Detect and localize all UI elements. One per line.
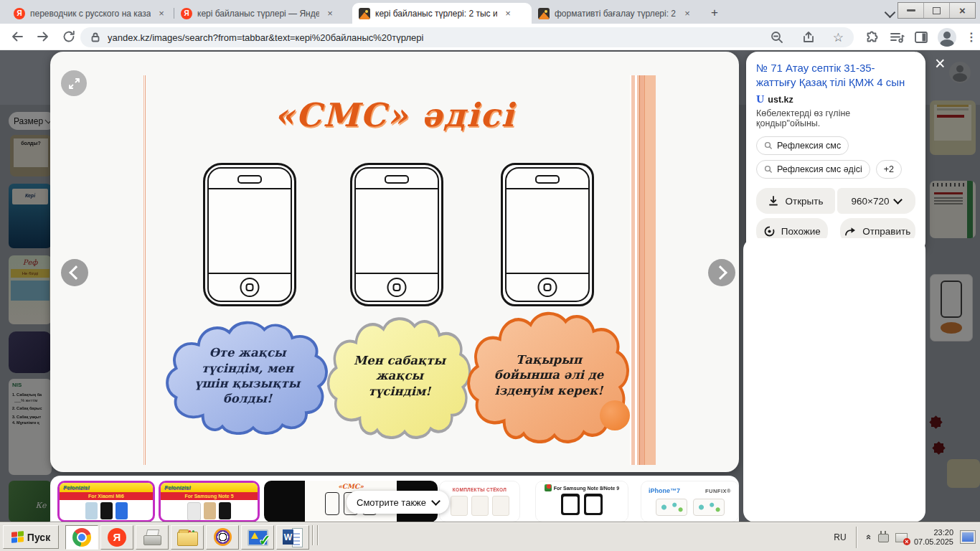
taskbar-chrome-button[interactable]	[65, 525, 98, 550]
thumb-caption: iPhone™7	[649, 487, 680, 494]
taskbar-word-button[interactable]: W	[276, 525, 309, 550]
language-indicator[interactable]: RU	[834, 532, 846, 542]
result-thumbnail[interactable]: болды?	[10, 135, 52, 176]
phone-home-button	[387, 278, 407, 297]
send-label: Отправить	[862, 226, 910, 237]
see-also-button[interactable]: Смотрите также	[347, 491, 449, 514]
plug-tray-icon[interactable]	[878, 534, 889, 542]
more-tags-chip[interactable]: +2	[876, 160, 902, 179]
toolbar-right-actions: ⋮	[864, 28, 977, 47]
thumb-text: Ке	[9, 481, 52, 510]
related-thumbnail-5[interactable]: For Samsung Note 8/Note 9	[535, 481, 628, 522]
open-button[interactable]: Открыть	[756, 188, 835, 214]
taskbar-fax-button[interactable]	[136, 525, 169, 550]
image-title-link[interactable]: № 71 Атау септік 31-35- жаттығу Қазақ ті…	[756, 61, 915, 90]
tab-close-icon[interactable]: ×	[502, 8, 514, 19]
desktop: { "colors": { "link_blue": "#1d53c4", "y…	[0, 0, 980, 551]
next-image-button[interactable]	[708, 259, 735, 286]
bookmark-star-icon[interactable]: ☆	[833, 32, 844, 44]
previous-image-button[interactable]	[61, 259, 88, 286]
tab-close-icon[interactable]: ×	[324, 8, 336, 19]
taskbar-monitor-button[interactable]: ✓	[241, 525, 274, 550]
thumb-caption: For Xiaomi Mi6	[88, 494, 124, 499]
overlay-close-button[interactable]: ×	[935, 55, 946, 72]
fax-printer-icon	[143, 529, 161, 545]
more-tags-label: +2	[884, 164, 894, 174]
minimize-icon	[907, 9, 915, 11]
result-thumbnail[interactable]	[930, 100, 976, 155]
new-tab-button[interactable]: +	[705, 4, 724, 22]
related-thumbnail-2[interactable]: Felonizisl For Samsung Note 5	[159, 481, 260, 522]
tag-chip-2[interactable]: Рефлексия смс әдісі	[756, 160, 870, 179]
forward-icon[interactable]	[36, 29, 50, 44]
yandex-browser-icon: Я	[108, 528, 126, 547]
slide-title: «СМС» әдісі	[72, 96, 717, 134]
tab-search[interactable]: Я кері байланыс түрлері — Яндекс: н ×	[174, 3, 352, 24]
address-bar[interactable]: yandex.kz/images/search?from=tabbar&text…	[80, 27, 854, 47]
url-text[interactable]: yandex.kz/images/search?from=tabbar&text…	[108, 32, 423, 43]
tab-close-icon[interactable]: ×	[682, 8, 693, 19]
back-icon[interactable]	[10, 29, 24, 44]
sidebar-toggle-icon[interactable]	[914, 31, 928, 44]
taskbar-handle[interactable]	[317, 525, 319, 545]
size-dropdown[interactable]: 960×720	[837, 188, 915, 214]
phone-speaker	[385, 175, 409, 184]
dimmed-results-right	[925, 50, 980, 522]
tab-close-icon[interactable]: ×	[156, 8, 167, 19]
source-site-row[interactable]: U ust.kz	[756, 94, 915, 105]
mini-phone	[187, 502, 201, 521]
tag-chip-1[interactable]: Рефлексия смс	[756, 136, 849, 155]
minimize-button[interactable]	[898, 3, 924, 18]
word-page	[292, 528, 303, 547]
related-panel-placeholder	[743, 238, 925, 522]
taskbar-yandex-button[interactable]: Я	[100, 525, 133, 550]
tab-title: кері байланыс түрлері: 2 тыс изоб	[375, 9, 497, 19]
share-icon[interactable]	[801, 30, 816, 44]
taskbar-folder-button[interactable]	[171, 525, 204, 550]
network-flag-icon[interactable]	[895, 533, 908, 542]
start-button[interactable]: Пуск	[3, 525, 59, 549]
mini-phone	[451, 496, 468, 516]
windows-logo-icon	[11, 531, 24, 543]
refresh-icon[interactable]	[62, 29, 76, 44]
windows-taskbar: Пуск Я ✓ W RU « 23:20 07.05.2025	[0, 522, 980, 551]
size-filter-chip[interactable]: Размер	[9, 112, 56, 130]
clock-time: 23:20	[914, 528, 953, 537]
taskbar-handle[interactable]	[312, 525, 314, 545]
taskbar-security-button[interactable]	[206, 525, 239, 550]
thumb-text: ___% жеттім	[9, 397, 52, 402]
page-avatar[interactable]	[949, 62, 971, 83]
result-thumbnail[interactable]: Ке	[9, 481, 52, 522]
browser-menu-icon[interactable]: ⋮	[966, 32, 977, 43]
thumb-text: Не білді	[11, 269, 50, 276]
image-info-panel: № 71 Атау септік 31-35- жаттығу Қазақ ті…	[746, 52, 925, 253]
tab-images-2[interactable]: формативті бағалау түрлері: 2 ты ×	[532, 3, 701, 24]
profile-avatar[interactable]	[938, 28, 956, 47]
page-content: Размер болды? Кері Реф Не білді NIS 1. С…	[0, 50, 980, 522]
related-thumbnail-1[interactable]: Felonizisl For Xiaomi Mi6	[57, 481, 155, 522]
related-thumbnail-6[interactable]: iPhone™7 FUNFIX®	[641, 481, 739, 522]
hidden-icons-chevron[interactable]: «	[864, 534, 875, 540]
result-thumbnail[interactable]: Кері	[9, 184, 52, 248]
playlist-icon[interactable]	[889, 30, 905, 44]
tab-images-active[interactable]: кері байланыс түрлері: 2 тыс изоб ×	[352, 3, 532, 24]
close-button[interactable]: ×	[950, 3, 975, 18]
result-thumbnail[interactable]	[9, 331, 52, 373]
show-desktop-button[interactable]	[960, 530, 976, 544]
restore-button[interactable]	[924, 3, 950, 18]
mini-phone	[204, 502, 216, 519]
result-thumbnail[interactable]	[947, 459, 980, 488]
related-thumbnail-4[interactable]: КОМПЛЕКТЫ СТЁКОЛ	[439, 481, 520, 522]
tab-translator[interactable]: Я переводчик с русского на казахски ×	[7, 3, 174, 24]
extensions-puzzle-icon[interactable]	[864, 30, 880, 45]
tab-list-chevron-icon[interactable]	[885, 7, 896, 19]
yandex-images-favicon	[359, 8, 370, 19]
zoom-out-icon[interactable]	[770, 30, 784, 44]
search-icon	[764, 165, 773, 174]
result-thumbnail[interactable]: NIS 1. Сабақтың ба ___% жеттім 2. Сабақ …	[9, 379, 52, 475]
result-thumbnail[interactable]: Реф Не білді	[9, 255, 52, 324]
taskbar-clock[interactable]: 23:20 07.05.2025	[914, 528, 953, 547]
result-thumbnail[interactable]	[930, 181, 976, 238]
result-thumbnail[interactable]	[930, 274, 973, 342]
fullscreen-button[interactable]	[61, 70, 87, 96]
